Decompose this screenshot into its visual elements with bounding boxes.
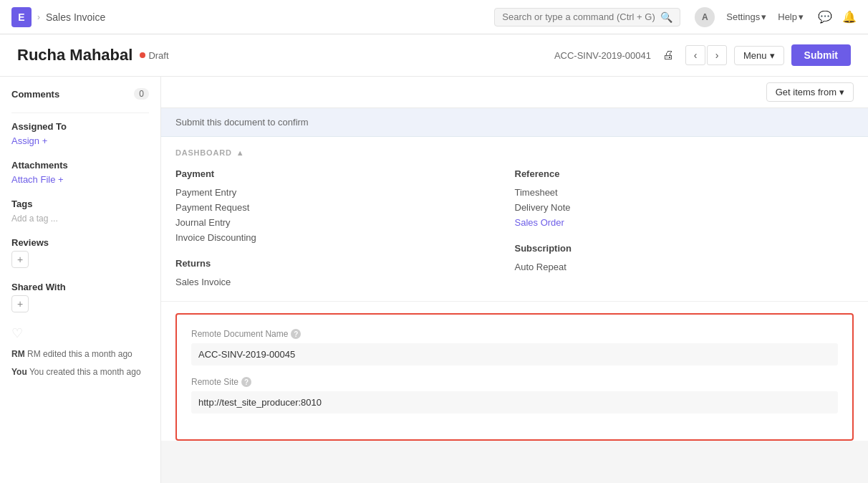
navbar-icons: 💬 🔔 bbox=[818, 10, 857, 24]
get-items-button[interactable]: Get items from ▾ bbox=[766, 82, 854, 102]
timesheet-item[interactable]: Timesheet bbox=[515, 185, 854, 200]
heart-icon[interactable]: ♡ bbox=[11, 325, 149, 341]
payment-column: Payment Payment Entry Payment Request Jo… bbox=[175, 168, 515, 290]
breadcrumb-label: Sales Invoice bbox=[46, 11, 105, 23]
remote-site-label: Remote Site ? bbox=[191, 377, 838, 387]
content-area: Get items from ▾ Submit this document to… bbox=[161, 77, 868, 483]
app-logo[interactable]: E bbox=[11, 7, 32, 27]
remote-site-help-icon[interactable]: ? bbox=[241, 377, 251, 387]
add-tag-placeholder[interactable]: Add a tag ... bbox=[11, 214, 58, 224]
reviews-section: Reviews + bbox=[11, 236, 149, 268]
sales-order-item[interactable]: Sales Order bbox=[515, 215, 854, 230]
status-dot bbox=[140, 52, 145, 58]
remote-doc-name-input[interactable]: ACC-SINV-2019-00045 bbox=[191, 343, 838, 365]
payment-title: Payment bbox=[175, 168, 515, 179]
dashboard-chevron-icon[interactable]: ▲ bbox=[236, 148, 244, 157]
tags-section: Tags Add a tag ... bbox=[11, 198, 149, 224]
dashboard-header: DASHBOARD ▲ bbox=[175, 148, 854, 157]
subscription-title: Subscription bbox=[515, 243, 854, 254]
remote-document-section: Remote Document Name ? ACC-SINV-2019-000… bbox=[175, 313, 854, 441]
shared-with-label: Shared With bbox=[11, 282, 66, 292]
remote-doc-name-field: Remote Document Name ? ACC-SINV-2019-000… bbox=[191, 329, 838, 365]
search-icon: 🔍 bbox=[660, 11, 672, 23]
reference-column: Reference Timesheet Delivery Note Sales … bbox=[515, 168, 854, 290]
submit-button[interactable]: Submit bbox=[791, 44, 851, 66]
assign-link[interactable]: Assign + bbox=[11, 135, 47, 146]
search-input[interactable] bbox=[502, 11, 655, 22]
remote-site-field: Remote Site ? http://test_site_producer:… bbox=[191, 377, 838, 413]
remote-doc-name-label: Remote Document Name ? bbox=[191, 329, 838, 339]
breadcrumb-chevron: › bbox=[37, 12, 40, 22]
payment-request-item[interactable]: Payment Request bbox=[175, 200, 515, 215]
auto-repeat-item[interactable]: Auto Repeat bbox=[515, 259, 854, 274]
payment-entry-item[interactable]: Payment Entry bbox=[175, 185, 515, 200]
chat-icon[interactable]: 💬 bbox=[818, 10, 832, 24]
attachments-label: Attachments bbox=[11, 160, 68, 171]
reviews-label: Reviews bbox=[11, 237, 49, 248]
nav-arrows: ‹ › bbox=[685, 45, 727, 65]
user-avatar: A bbox=[695, 7, 715, 27]
page-header: Rucha Mahabal Draft ACC-SINV-2019-00041 … bbox=[0, 34, 868, 77]
settings-menu[interactable]: Settings ▾ bbox=[726, 11, 766, 22]
add-review-button[interactable]: + bbox=[11, 251, 29, 268]
attachments-section: Attachments Attach File + bbox=[11, 159, 149, 185]
activity-you: You You created this a month ago bbox=[11, 366, 149, 378]
navbar: E › Sales Invoice 🔍 A Settings ▾ Help ▾ … bbox=[0, 0, 868, 34]
activity-section: ♡ RM RM edited this a month ago You You … bbox=[11, 325, 149, 378]
comments-section: Comments 0 bbox=[11, 88, 149, 100]
invoice-discounting-item[interactable]: Invoice Discounting bbox=[175, 230, 515, 245]
comments-count: 0 bbox=[134, 88, 149, 100]
search-bar[interactable]: 🔍 bbox=[494, 8, 680, 27]
assigned-to-label: Assigned To bbox=[11, 121, 67, 132]
returns-title: Returns bbox=[175, 258, 515, 269]
activity-rm: RM RM edited this a month ago bbox=[11, 348, 149, 360]
page-header-right: ACC-SINV-2019-00041 🖨 ‹ › Menu ▾ Submit bbox=[554, 44, 851, 66]
document-id: ACC-SINV-2019-00041 bbox=[554, 50, 651, 61]
main-layout: Comments 0 Assigned To Assign + Attachme… bbox=[0, 77, 868, 483]
returns-sales-invoice-item[interactable]: Sales Invoice bbox=[175, 274, 515, 290]
attach-link[interactable]: Attach File + bbox=[11, 174, 64, 185]
get-items-bar: Get items from ▾ bbox=[161, 77, 868, 108]
add-shared-button[interactable]: + bbox=[11, 295, 29, 312]
shared-with-section: Shared With + bbox=[11, 281, 149, 312]
sidebar: Comments 0 Assigned To Assign + Attachme… bbox=[0, 77, 161, 483]
help-menu[interactable]: Help ▾ bbox=[778, 11, 804, 22]
journal-entry-item[interactable]: Journal Entry bbox=[175, 215, 515, 230]
bell-icon[interactable]: 🔔 bbox=[842, 10, 857, 24]
comments-label: Comments bbox=[11, 89, 59, 100]
remote-doc-name-help-icon[interactable]: ? bbox=[291, 329, 301, 339]
dashboard-label: DASHBOARD bbox=[175, 148, 232, 157]
content-inner: Get items from ▾ Submit this document to… bbox=[161, 77, 868, 441]
menu-button[interactable]: Menu ▾ bbox=[734, 46, 784, 65]
page-title: Rucha Mahabal bbox=[17, 46, 132, 64]
print-button[interactable]: 🖨 bbox=[658, 45, 678, 65]
dashboard-section: DASHBOARD ▲ Payment Payment Entry Paymen… bbox=[161, 137, 868, 302]
delivery-note-item[interactable]: Delivery Note bbox=[515, 200, 854, 215]
assigned-to-section: Assigned To Assign + bbox=[11, 120, 149, 146]
page-header-left: Rucha Mahabal Draft bbox=[17, 46, 169, 64]
reference-title: Reference bbox=[515, 168, 854, 179]
submit-notice: Submit this document to confirm bbox=[161, 108, 868, 137]
dashboard-grid: Payment Payment Entry Payment Request Jo… bbox=[175, 168, 854, 290]
prev-arrow[interactable]: ‹ bbox=[685, 45, 705, 65]
next-arrow[interactable]: › bbox=[707, 45, 727, 65]
remote-site-input[interactable]: http://test_site_producer:8010 bbox=[191, 391, 838, 413]
tags-label: Tags bbox=[11, 199, 32, 209]
status-badge: Draft bbox=[140, 50, 168, 61]
